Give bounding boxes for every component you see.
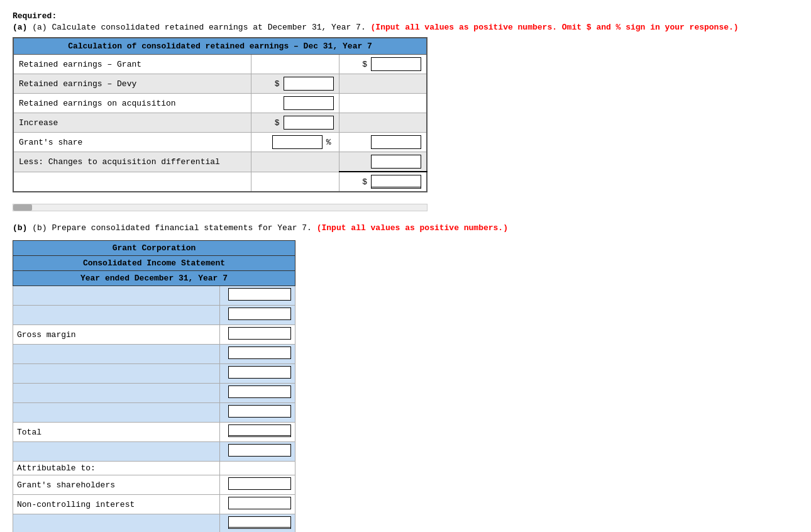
pct-icon: % — [326, 138, 331, 147]
income-row-label-5 — [13, 364, 220, 384]
row-mid-increase: $ — [251, 113, 339, 133]
table-row-total: Total — [13, 423, 295, 442]
dollar-icon-total: $ — [362, 177, 367, 187]
dollar-icon-3: $ — [275, 118, 280, 128]
input-nci[interactable] — [228, 497, 291, 509]
input-grant-re[interactable] — [371, 57, 421, 71]
part-a-plain: (a) Calculate consolidated retained earn… — [32, 23, 366, 32]
table-row — [13, 403, 295, 423]
row-mid-grants-share: % — [251, 133, 339, 152]
income-row-label-4 — [13, 345, 220, 364]
input-acq-re[interactable] — [284, 96, 334, 110]
calc-table-header: Calculation of consolidated retained ear… — [13, 38, 427, 55]
required-label: Required: — [13, 11, 798, 21]
table-row — [13, 345, 295, 364]
income-row-input-6 — [220, 384, 295, 403]
input-grants-share-pct[interactable] — [272, 135, 323, 149]
input-income-9[interactable] — [228, 444, 291, 457]
total-label: Total — [13, 423, 220, 442]
row-right-devy — [339, 74, 427, 94]
table-row: Retained earnings – Grant $ — [13, 55, 427, 74]
row-label-changes-acq-diff: Less: Changes to acquisition differentia… — [13, 152, 251, 172]
input-income-7[interactable] — [228, 405, 291, 418]
table-row: Increase $ — [13, 113, 427, 133]
table-row — [13, 306, 295, 325]
table-row — [13, 364, 295, 384]
input-grants-shareholders[interactable] — [228, 477, 291, 490]
income-row-input-7 — [220, 403, 295, 423]
income-header-row-3: Year ended December 31, Year 7 — [13, 271, 295, 286]
input-income-6[interactable] — [228, 385, 291, 398]
input-total[interactable] — [371, 175, 421, 189]
table-row-grants-shareholders: Grant's shareholders — [13, 475, 295, 495]
scrollbar-thumb — [13, 204, 32, 211]
part-b-label: (b) — [13, 223, 27, 233]
income-row-label-2 — [13, 306, 220, 325]
input-income-2[interactable] — [228, 308, 291, 320]
part-a-label: (a) — [13, 23, 27, 32]
total-input-cell — [220, 423, 295, 442]
input-income-5[interactable] — [228, 366, 291, 379]
income-row-label-7 — [13, 403, 220, 423]
table-row: Retained earnings on acquisition — [13, 94, 427, 113]
income-row-input-1 — [220, 286, 295, 306]
gross-margin-input — [220, 325, 295, 345]
income-row-input-5 — [220, 364, 295, 384]
dollar-icon-2: $ — [275, 79, 280, 89]
input-changes-acq-diff[interactable] — [371, 155, 421, 169]
row-mid-acq — [251, 94, 339, 113]
income-header-row-2: Consolidated Income Statement — [13, 256, 295, 271]
attributable-input — [220, 462, 295, 475]
row-right-changes — [339, 152, 427, 172]
table-row-attributable: Attributable to: — [13, 462, 295, 475]
row-label-grant: Retained earnings – Grant — [13, 55, 251, 74]
part-a-instruction: (a) (a) Calculate consolidated retained … — [13, 22, 798, 33]
nci-input — [220, 495, 295, 514]
part-a-red: (Input all values as positive numbers. O… — [371, 23, 739, 32]
income-statement-table: Grant Corporation Consolidated Income St… — [13, 240, 295, 532]
row-label-total — [13, 172, 251, 192]
income-row-label-last — [13, 514, 220, 532]
input-grants-share-val[interactable] — [371, 135, 421, 149]
income-row-input-4 — [220, 345, 295, 364]
required-section: Required: (a) (a) Calculate consolidated… — [13, 11, 798, 33]
table-row: Less: Changes to acquisition differentia… — [13, 152, 427, 172]
row-label-grants-share: Grant's share — [13, 133, 251, 152]
part-b-plain: (b) Prepare consolidated financial state… — [32, 223, 312, 233]
calc-retained-earnings-table: Calculation of consolidated retained ear… — [13, 37, 428, 192]
part-b-instruction: (b) (b) Prepare consolidated financial s… — [13, 223, 798, 234]
income-row-label-6 — [13, 384, 220, 403]
scrollbar-area[interactable] — [13, 204, 428, 211]
income-title-1: Grant Corporation — [13, 241, 295, 256]
table-row — [13, 384, 295, 403]
row-label-devy: Retained earnings – Devy — [13, 74, 251, 94]
input-total-income[interactable] — [228, 424, 291, 437]
input-increase[interactable] — [284, 116, 334, 130]
input-devy-re[interactable] — [284, 77, 334, 91]
row-right-acq — [339, 94, 427, 113]
row-mid-grant — [251, 55, 339, 74]
row-mid-total — [251, 172, 339, 192]
table-row — [13, 442, 295, 462]
table-row — [13, 514, 295, 532]
income-header-row-1: Grant Corporation — [13, 241, 295, 256]
table-row: Grant's share % — [13, 133, 427, 152]
input-gross-margin[interactable] — [228, 327, 291, 340]
attributable-label: Attributable to: — [13, 462, 220, 475]
row-label-acq: Retained earnings on acquisition — [13, 94, 251, 113]
row-mid-changes — [251, 152, 339, 172]
input-income-4[interactable] — [228, 346, 291, 359]
income-title-3: Year ended December 31, Year 7 — [13, 271, 295, 286]
table-row-gross-margin: Gross margin — [13, 325, 295, 345]
row-right-grant: $ — [339, 55, 427, 74]
grants-shareholders-label: Grant's shareholders — [13, 475, 220, 495]
input-income-last[interactable] — [228, 516, 291, 529]
income-row-label-9 — [13, 442, 220, 462]
income-row-label-1 — [13, 286, 220, 306]
input-income-1[interactable] — [228, 288, 291, 301]
row-label-increase: Increase — [13, 113, 251, 133]
dollar-icon-1: $ — [362, 60, 367, 69]
nci-label: Non-controlling interest — [13, 495, 220, 514]
income-row-input-2 — [220, 306, 295, 325]
table-row — [13, 286, 295, 306]
